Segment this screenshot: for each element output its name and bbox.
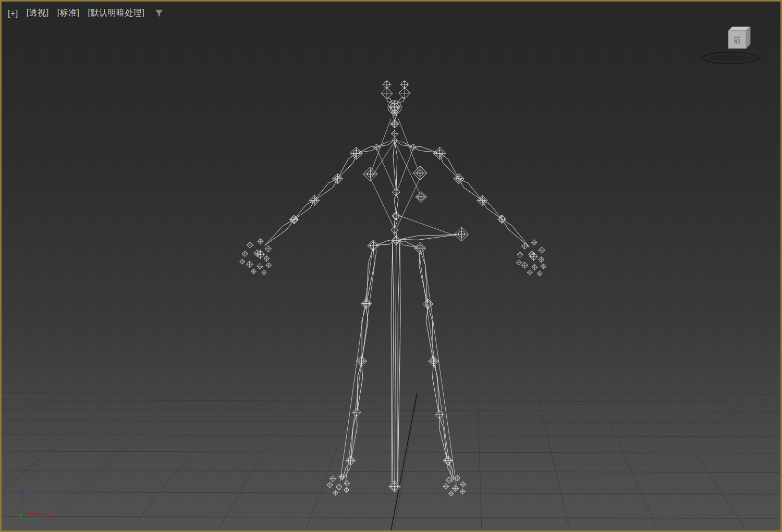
x-axis-line xyxy=(27,513,46,514)
y-axis-line xyxy=(23,511,25,513)
grid-floor xyxy=(2,393,780,530)
filter-icon[interactable] xyxy=(155,9,163,17)
viewcube[interactable]: 前 xyxy=(698,27,771,68)
viewport-general-menu[interactable]: [+] xyxy=(8,9,18,18)
viewcube-front-face-label[interactable]: 前 xyxy=(734,35,741,44)
world-axis-tripod: z y x xyxy=(16,488,68,522)
x-axis-label: x xyxy=(48,511,52,519)
viewport-shading-menu[interactable]: [默认明暗处理] xyxy=(88,8,145,19)
viewport: [+] [透视] [标准] [默认明暗处理] 前 z y x xyxy=(0,0,782,532)
skeleton-rig[interactable] xyxy=(240,80,546,496)
y-axis-label: y xyxy=(19,511,23,519)
viewport-pov-menu[interactable]: [透视] xyxy=(27,8,49,19)
z-axis-label: z xyxy=(20,488,24,496)
viewcube-cube[interactable]: 前 xyxy=(728,27,750,48)
viewport-canvas[interactable] xyxy=(2,2,780,530)
viewport-render-preset-menu[interactable]: [标准] xyxy=(57,8,80,19)
viewport-label-bar: [+] [透视] [标准] [默认明暗处理] xyxy=(8,8,163,19)
